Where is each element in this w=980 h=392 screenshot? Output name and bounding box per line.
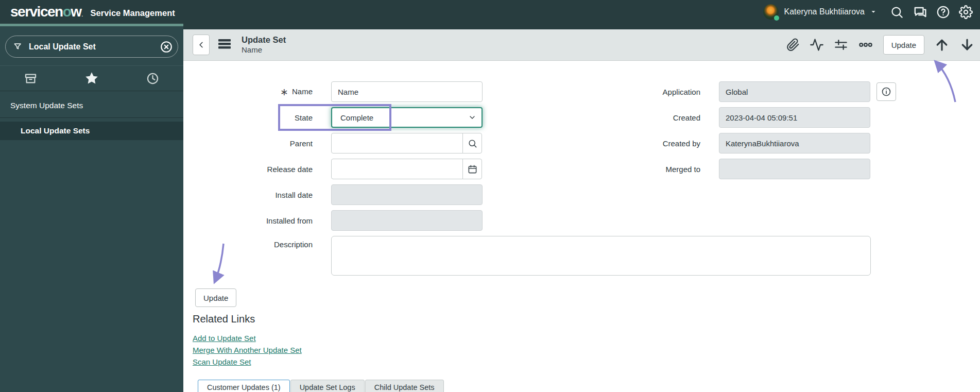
app-title: Service Management	[91, 8, 175, 18]
selected-item-label: Local Update Sets	[21, 126, 90, 135]
info-icon	[881, 87, 891, 97]
related-link-merge-with-another-update-set[interactable]: Merge With Another Update Set	[193, 346, 302, 354]
installed-from-field-label: Installed from	[199, 216, 313, 225]
install-date-input-readonly	[331, 184, 483, 205]
next-record-icon[interactable]	[959, 37, 975, 53]
description-textarea[interactable]	[331, 236, 871, 276]
related-lists-tabs: Customer Updates (1) Update Set Logs Chi…	[198, 380, 444, 392]
form-record-name: Name	[242, 45, 286, 55]
calendar-icon	[468, 164, 477, 174]
merged-to-field-label: Merged to	[587, 165, 700, 174]
banner-shadow-strip	[183, 24, 980, 29]
update-button-bottom[interactable]: Update	[195, 288, 236, 307]
gear-icon[interactable]	[959, 5, 973, 19]
tab-update-set-logs[interactable]: Update Set Logs	[290, 380, 365, 392]
user-menu[interactable]: Kateryna Bukhtiiarova	[763, 4, 877, 20]
created-input-readonly	[719, 107, 870, 128]
form-context-menu-icon[interactable]	[217, 38, 233, 52]
star-icon	[84, 71, 99, 86]
release-date-input[interactable]	[331, 159, 463, 179]
state-selected-value: Complete	[340, 113, 468, 122]
parent-input[interactable]	[331, 133, 463, 154]
navigator-tabs	[0, 65, 183, 91]
required-marker: ∗	[280, 87, 288, 97]
related-link-scan-update-set[interactable]: Scan Update Set	[193, 357, 251, 366]
state-select[interactable]: Complete	[331, 107, 483, 128]
created-by-input-readonly	[719, 133, 870, 154]
form-title: Update Set	[242, 35, 286, 45]
chevron-left-icon	[196, 40, 206, 50]
online-status-dot	[774, 15, 779, 21]
update-button-header[interactable]: Update	[883, 35, 924, 55]
related-links-heading: Related Links	[193, 313, 255, 325]
clock-icon	[146, 72, 160, 86]
servicenow-logo: servicenow.	[10, 5, 82, 19]
form-body: ∗Name State Complete Parent	[183, 61, 980, 392]
clear-filter-button[interactable]	[160, 40, 173, 54]
install-date-field-label: Install date	[199, 191, 313, 199]
funnel-icon	[13, 42, 23, 52]
name-field-label: ∗Name	[199, 86, 313, 98]
release-date-field-label: Release date	[199, 165, 313, 174]
previous-record-icon[interactable]	[934, 37, 950, 53]
description-field-label: Description	[199, 236, 313, 249]
user-name: Kateryna Bukhtiiarova	[784, 7, 865, 16]
form-header: Update Set Name Update	[183, 29, 980, 61]
tab-all-applications[interactable]	[0, 66, 61, 91]
installed-from-input-readonly	[331, 210, 483, 231]
parent-lookup-button[interactable]	[462, 133, 482, 154]
merged-to-input-readonly	[719, 159, 870, 179]
application-field-label: Application	[587, 88, 700, 96]
back-button[interactable]	[193, 35, 210, 55]
sidebar-item-local-update-sets[interactable]: Local Update Sets	[0, 122, 183, 140]
activity-stream-icon[interactable]	[810, 38, 824, 52]
parent-field-label: Parent	[199, 139, 313, 148]
filter-text: Local Update Set	[29, 42, 160, 52]
tab-favorites[interactable]	[61, 66, 123, 91]
more-options-icon[interactable]	[858, 37, 873, 53]
created-by-field-label: Created by	[587, 139, 700, 148]
top-banner: servicenow. Service Management Kateryna …	[0, 0, 980, 24]
main-pane: Update Set Name Update	[183, 24, 980, 392]
name-input[interactable]	[331, 81, 483, 102]
tab-customer-updates[interactable]: Customer Updates (1)	[198, 380, 290, 392]
related-link-add-to-update-set[interactable]: Add to Update Set	[193, 334, 256, 343]
application-navigator: Local Update Set System Update Sets Loca…	[0, 24, 183, 392]
avatar	[763, 4, 779, 20]
help-icon[interactable]	[936, 5, 950, 19]
caret-down-icon	[870, 8, 877, 15]
release-date-calendar-button[interactable]	[462, 159, 482, 179]
application-info-button[interactable]	[876, 82, 896, 101]
archive-box-icon	[24, 72, 38, 86]
personalize-form-icon[interactable]	[834, 38, 848, 52]
search-icon	[468, 139, 477, 148]
global-search-icon[interactable]	[890, 5, 904, 19]
sidebar-section-system-update-sets[interactable]: System Update Sets	[0, 93, 183, 118]
section-label: System Update Sets	[10, 101, 83, 110]
connect-chat-icon[interactable]	[913, 5, 927, 20]
state-field-label: State	[199, 113, 313, 122]
tab-child-update-sets[interactable]: Child Update Sets	[365, 380, 444, 392]
filter-navigator-input[interactable]: Local Update Set	[5, 36, 178, 58]
application-input-readonly	[719, 81, 870, 102]
form-title-block: Update Set Name	[242, 35, 286, 55]
attachment-icon[interactable]	[786, 38, 800, 52]
created-field-label: Created	[587, 113, 700, 122]
tab-history[interactable]	[122, 66, 183, 91]
chevron-down-icon	[468, 113, 476, 122]
